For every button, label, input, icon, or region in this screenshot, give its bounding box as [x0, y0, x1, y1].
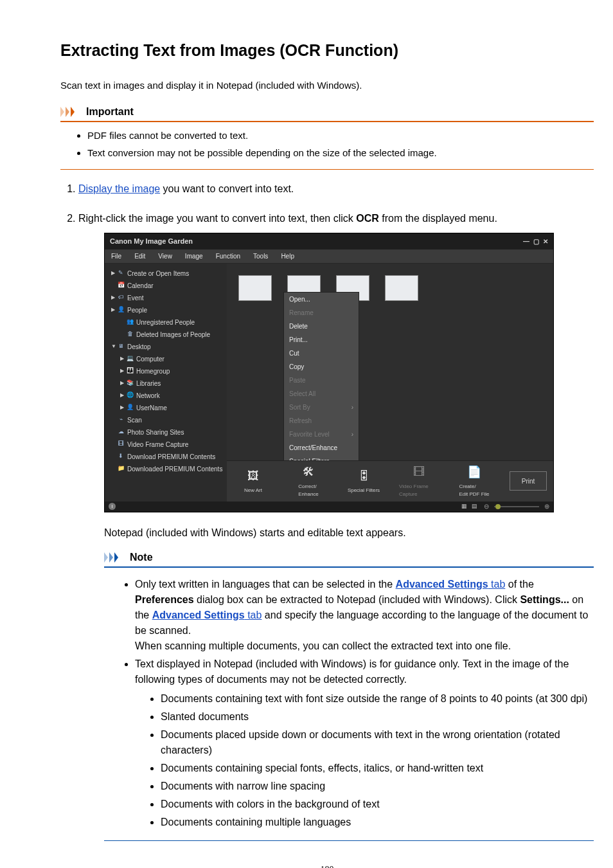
- settings-bold: Settings...: [520, 594, 569, 605]
- sidebar-item[interactable]: 📁Downloaded PREMIUM Contents: [109, 463, 227, 475]
- sidebar-item[interactable]: ▶✎Create or Open Items: [109, 267, 227, 280]
- context-menu-item[interactable]: Delete: [284, 320, 359, 333]
- menubar-item[interactable]: File: [105, 249, 128, 263]
- sidebar-item[interactable]: 🎞Video Frame Capture: [109, 439, 227, 451]
- menubar-item[interactable]: View: [152, 249, 179, 263]
- note-span: of the: [505, 579, 533, 590]
- view-icons[interactable]: ▦ ▤: [461, 502, 479, 511]
- context-menu-item: Rename: [284, 306, 359, 320]
- note-span: dialog box can be extracted to Notepad (…: [194, 594, 520, 605]
- sidebar-item[interactable]: ▼🖥Desktop: [109, 341, 227, 353]
- zoom-slider[interactable]: [494, 506, 539, 507]
- chevron-icon: [60, 107, 84, 117]
- sidebar-item[interactable]: ▶👪Homegroup: [109, 365, 227, 377]
- important-body: PDF files cannot be converted to text. T…: [60, 122, 594, 170]
- toolbar-tool[interactable]: 🎞Video Frame Capture: [399, 464, 439, 498]
- note-label: Note: [130, 550, 153, 565]
- note-sub-item: Documents containing special fonts, effe…: [161, 761, 594, 776]
- page-number: 180: [60, 863, 594, 869]
- app-titlebar: Canon My Image Garden —▢✕: [105, 233, 553, 249]
- advanced-settings-link[interactable]: Advanced Settings tab: [152, 610, 262, 620]
- chevron-icon: [104, 552, 127, 563]
- toolbar-tool[interactable]: 🎛Special Filters: [344, 467, 384, 494]
- note-sub-item: Documents with colors in the background …: [161, 797, 594, 812]
- info-icon[interactable]: i: [109, 503, 116, 510]
- sidebar-item[interactable]: ⌁Scan: [109, 414, 227, 426]
- note-sub-item: Slanted documents: [161, 709, 594, 725]
- menubar-item[interactable]: Help: [274, 249, 301, 263]
- context-menu-item[interactable]: Open...: [284, 293, 359, 306]
- intro-text: Scan text in images and display it in No…: [60, 78, 594, 93]
- important-item: Text conversion may not be possible depe…: [87, 146, 594, 161]
- sidebar-item[interactable]: ▶👤People: [109, 304, 227, 316]
- important-item: PDF files cannot be converted to text.: [87, 129, 594, 143]
- note-item: Text displayed in Notepad (included with…: [135, 656, 594, 830]
- sidebar-item[interactable]: ▶💻Computer: [109, 353, 227, 365]
- note-header: Note: [104, 550, 594, 568]
- sidebar-item[interactable]: ▶🌐Network: [109, 390, 227, 402]
- context-menu-item: Sort By: [284, 401, 359, 414]
- context-menu-item: Paste: [284, 374, 359, 387]
- step-2-a: Right-click the image you want to conver…: [78, 213, 356, 224]
- note-span: Text displayed in Notepad (included with…: [135, 658, 569, 685]
- zoom-in-icon[interactable]: ⊕: [544, 502, 549, 511]
- step-2-c: from the displayed menu.: [379, 213, 497, 224]
- menubar-item[interactable]: Image: [179, 249, 209, 263]
- note-link-bold: Advanced Settings: [152, 610, 245, 620]
- app-screenshot: Canon My Image Garden —▢✕ FileEditViewIm…: [104, 233, 554, 512]
- note-span: Only text written in languages that can …: [135, 579, 396, 590]
- note-span: When scanning multiple documents, you ca…: [135, 640, 511, 651]
- context-menu[interactable]: Open...RenameDeletePrint...CutCopyPasteS…: [283, 292, 359, 482]
- print-button[interactable]: Print: [510, 471, 547, 491]
- sidebar-item[interactable]: ▶📚Libraries: [109, 377, 227, 390]
- advanced-settings-link[interactable]: Advanced Settings tab: [396, 579, 506, 590]
- note-sub-item: Documents containing text with font size…: [161, 691, 594, 707]
- sidebar-item[interactable]: ⬇Download PREMIUM Contents: [109, 451, 227, 463]
- context-menu-item: Refresh: [284, 414, 359, 428]
- step-2-ocr: OCR: [356, 213, 379, 224]
- app-menubar[interactable]: FileEditViewImageFunctionToolsHelp: [105, 249, 553, 264]
- note-item: Only text written in languages that can …: [135, 577, 594, 654]
- menubar-item[interactable]: Edit: [128, 249, 152, 263]
- context-menu-item[interactable]: Print...: [284, 333, 359, 347]
- toolbar: 🖼New Art🛠Correct/ Enhance🎛Special Filter…: [227, 460, 553, 502]
- post-screenshot-text: Notepad (included with Windows) starts a…: [104, 525, 594, 541]
- toolbar-tool[interactable]: 🛠Correct/ Enhance: [289, 464, 328, 498]
- status-bar: i ▦ ▤ ⊖ ⊕: [105, 502, 553, 512]
- context-menu-item[interactable]: Correct/Enhance: [284, 441, 359, 455]
- content-area: Open...RenameDeletePrint...CutCopyPasteS…: [227, 264, 553, 502]
- preferences-bold: Preferences: [135, 594, 194, 605]
- window-controls: —▢✕: [519, 236, 548, 247]
- note-link-tail: tab: [245, 610, 262, 620]
- thumbnail[interactable]: [238, 275, 272, 301]
- thumbnail[interactable]: [385, 275, 418, 301]
- sidebar-item[interactable]: ▶🏷Event: [109, 292, 227, 304]
- important-label: Important: [86, 104, 134, 120]
- sidebar-item[interactable]: 🗑Deleted Images of People: [109, 329, 227, 341]
- note-sub-item: Documents containing multiple languages: [161, 815, 594, 830]
- note-link-tail: tab: [488, 579, 506, 590]
- zoom-out-icon[interactable]: ⊖: [484, 502, 489, 511]
- context-menu-item[interactable]: Copy: [284, 360, 359, 374]
- note-sub-item: Documents placed upside down or document…: [161, 727, 594, 758]
- sidebar-item[interactable]: 👥Unregistered People: [109, 316, 227, 329]
- step-1: Display the image you want to convert in…: [78, 181, 594, 197]
- context-menu-item[interactable]: Cut: [284, 347, 359, 360]
- toolbar-tool[interactable]: 🖼New Art: [233, 467, 273, 494]
- app-title-text: Canon My Image Garden: [110, 236, 193, 247]
- display-image-link[interactable]: Display the image: [78, 183, 160, 194]
- important-header: Important: [60, 104, 594, 122]
- note-body: Only text written in languages that can …: [104, 568, 594, 841]
- step-1-text: you want to convert into text.: [160, 183, 294, 194]
- sidebar-item[interactable]: ▶👤UserName: [109, 402, 227, 414]
- sidebar-item[interactable]: 📅Calendar: [109, 280, 227, 292]
- thumbnail-row: [227, 264, 553, 312]
- context-menu-item: Favorite Level: [284, 428, 359, 441]
- step-2: Right-click the image you want to conver…: [78, 211, 594, 841]
- menubar-item[interactable]: Tools: [247, 249, 274, 263]
- note-sub-item: Documents with narrow line spacing: [161, 779, 594, 794]
- sidebar[interactable]: ▶✎Create or Open Items📅Calendar▶🏷Event▶👤…: [105, 264, 227, 502]
- menubar-item[interactable]: Function: [209, 249, 247, 263]
- sidebar-item[interactable]: ☁Photo Sharing Sites: [109, 426, 227, 439]
- toolbar-tool[interactable]: 📄Create/Edit PDF File: [454, 464, 494, 498]
